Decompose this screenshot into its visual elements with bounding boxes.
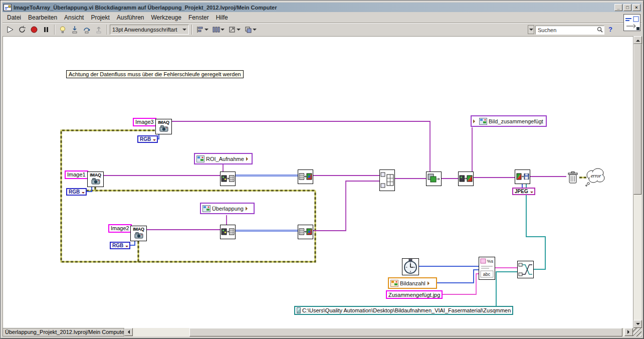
jpeg-format-dropdown[interactable]: JPEG xyxy=(512,188,535,195)
vertical-scrollbar[interactable] xyxy=(633,36,641,328)
distribute-objects-button[interactable] xyxy=(210,24,226,35)
imaq-image-to-array-node-2[interactable] xyxy=(220,225,236,239)
filename-string-constant[interactable]: Zusammengefügt.jpg xyxy=(386,290,443,299)
reorder-objects-button[interactable] xyxy=(243,24,258,35)
numeric-ref-icon xyxy=(390,280,398,287)
run-continuously-button[interactable] xyxy=(17,24,28,35)
horizontal-scroll-thumb[interactable] xyxy=(189,328,622,336)
abort-icon xyxy=(30,25,39,34)
error-out-indicator[interactable]: error xyxy=(584,166,607,189)
align-objects-button[interactable] xyxy=(194,24,209,35)
imaq-label: IMAQ xyxy=(90,172,101,178)
imaq-dispose-node[interactable] xyxy=(566,171,579,187)
rgb-value: RGB xyxy=(69,190,80,195)
help-button[interactable]: ? xyxy=(605,25,615,35)
scroll-right-button[interactable] xyxy=(624,328,633,336)
bottom-bar: Überlappung_Projekt_2012.lvproj/Mein Com… xyxy=(3,328,641,336)
image3-terminal[interactable]: Image3 xyxy=(133,118,156,126)
path-constant[interactable]: C:\Users\Quality Automation\Desktop\Bild… xyxy=(294,306,513,315)
step-out-button[interactable] xyxy=(93,24,104,35)
run-button[interactable] xyxy=(5,24,16,35)
camera-icon xyxy=(134,232,143,239)
svg-text:error: error xyxy=(591,173,601,179)
rgb-dropdown-image3[interactable]: RGB xyxy=(137,135,158,143)
menu-fenster[interactable]: Fenster xyxy=(185,13,212,23)
menu-ansicht[interactable]: Ansicht xyxy=(61,13,87,23)
imaq-array-to-image-node-2[interactable] xyxy=(298,225,313,239)
bildanzahl-refnum[interactable]: Bildanzahl xyxy=(388,277,437,289)
scroll-down-button[interactable] xyxy=(633,320,642,328)
roi-aufnahme-label: ROI_Aufnahme xyxy=(206,156,244,162)
refnum-arrow-icon xyxy=(246,157,250,161)
scroll-up-button[interactable] xyxy=(633,36,642,44)
free-label-comment[interactable]: Achtung der Datenfluss muss über die Feh… xyxy=(66,70,244,78)
search-scope-dropdown[interactable] xyxy=(528,25,534,34)
block-diagram-canvas[interactable]: Achtung der Datenfluss muss über die Feh… xyxy=(3,36,633,328)
path-text: C:\Users\Quality Automation\Desktop\Bild… xyxy=(302,307,511,313)
format-string-icon: %sabc xyxy=(479,257,495,279)
font-selector-dropdown[interactable]: 13pt Anwendungsschriftart xyxy=(110,25,189,35)
horizontal-scroll-track[interactable] xyxy=(133,328,624,336)
imaq-create-node-image1[interactable]: IMAQ xyxy=(87,172,104,187)
pause-button[interactable] xyxy=(41,24,52,35)
control-ref-icon xyxy=(479,118,487,125)
menu-ausfuehren[interactable]: Ausführen xyxy=(113,13,148,23)
imaq-copy-node[interactable] xyxy=(426,172,442,186)
search-input[interactable] xyxy=(535,26,604,35)
imaq-array-to-image-node-1[interactable] xyxy=(298,169,313,184)
imaq-write-file-node[interactable] xyxy=(515,169,530,184)
refnum-arrow-icon xyxy=(427,281,432,285)
rgb-dropdown-image1[interactable]: RGB xyxy=(66,188,87,196)
menu-projekt[interactable]: Projekt xyxy=(87,13,113,23)
menu-datei[interactable]: Datei xyxy=(4,13,25,23)
vertical-scroll-track[interactable] xyxy=(633,44,641,320)
search-area: ? xyxy=(528,25,615,35)
imaq-image-to-array-node-1[interactable] xyxy=(220,172,236,186)
array-to-image-icon xyxy=(298,170,313,184)
build-path-node[interactable] xyxy=(517,261,534,278)
path-wires xyxy=(496,184,545,306)
imaq-image-to-image-node[interactable] xyxy=(458,172,474,186)
abort-button[interactable] xyxy=(29,24,40,35)
menu-werkzeuge[interactable]: Werkzeuge xyxy=(147,13,184,23)
main-area: Achtung der Datenfluss muss über die Feh… xyxy=(3,36,641,328)
menu-hilfe[interactable]: Hilfe xyxy=(212,13,232,23)
menu-bearbeiten[interactable]: Bearbeiten xyxy=(25,13,61,23)
wait-ms-node[interactable] xyxy=(402,258,419,275)
camera-icon xyxy=(159,125,168,132)
dropdown-arrow-icon xyxy=(153,139,156,142)
vertical-scroll-thumb[interactable] xyxy=(633,44,641,195)
dropdown-arrow-icon xyxy=(82,192,85,195)
resize-objects-button[interactable] xyxy=(227,24,242,35)
image1-terminal[interactable]: Image1 xyxy=(65,171,88,179)
minimize-button[interactable]: _ xyxy=(614,4,622,11)
vi-icon[interactable] xyxy=(623,14,640,31)
build-array-node[interactable] xyxy=(379,169,395,191)
project-context-tab[interactable]: Überlappung_Projekt_2012.lvproj/Mein Com… xyxy=(3,328,124,336)
resize-grip[interactable] xyxy=(633,328,641,336)
close-button[interactable]: × xyxy=(632,4,640,11)
imaq-label: IMAQ xyxy=(158,119,169,125)
step-over-icon xyxy=(82,25,91,34)
scroll-left-button[interactable] xyxy=(124,328,133,336)
window-title: ImageToArray_Überlappung.vi Blockdiagram… xyxy=(14,5,612,11)
titlebar[interactable]: ImageToArray_Überlappung.vi Blockdiagram… xyxy=(3,3,641,12)
imaq-create-node-image3[interactable]: IMAQ xyxy=(155,119,172,134)
bild-zusammengefuegt-refnum[interactable]: Bild_zusammengefügt xyxy=(471,115,547,127)
maximize-button[interactable]: □ xyxy=(623,4,631,11)
format-into-string-node[interactable]: %sabc xyxy=(479,257,495,280)
lightbulb-icon xyxy=(58,25,67,34)
image2-terminal[interactable]: Image2 xyxy=(108,224,132,233)
roi-aufnahme-refnum[interactable]: ROI_Aufnahme xyxy=(194,153,253,164)
rgb-dropdown-image2[interactable]: RGB xyxy=(110,242,130,249)
ueberlappung-refnum[interactable]: Überlappung xyxy=(200,203,255,214)
step-into-button[interactable] xyxy=(69,24,80,35)
write-file-icon xyxy=(515,170,530,184)
trash-icon xyxy=(566,171,579,185)
svg-text:abc: abc xyxy=(483,272,491,277)
highlight-execution-button[interactable] xyxy=(57,24,68,35)
imaq-create-node-image2[interactable]: IMAQ xyxy=(130,226,147,241)
chevron-down-icon xyxy=(237,29,241,33)
search-icon xyxy=(596,26,603,33)
step-over-button[interactable] xyxy=(81,24,92,35)
